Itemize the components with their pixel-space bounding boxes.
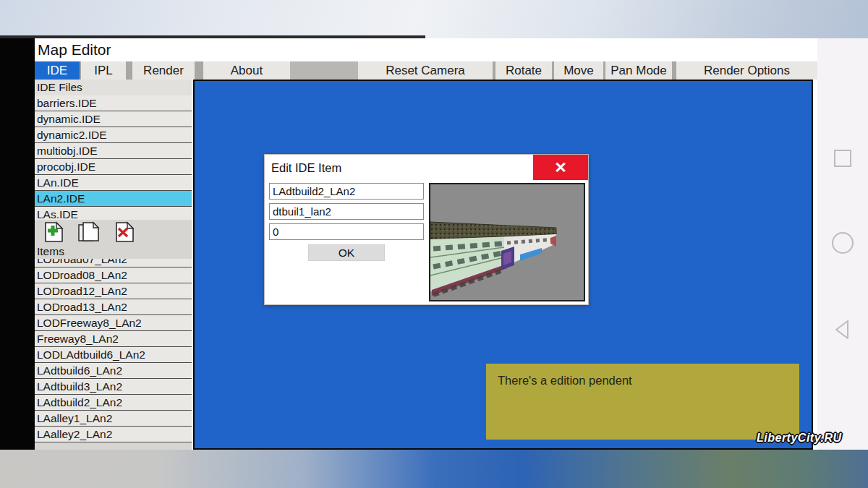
add-item-icon[interactable]	[41, 221, 65, 243]
list-item[interactable]: LAn.IDE	[35, 175, 192, 191]
page-title: Map Editor	[38, 41, 111, 59]
list-item[interactable]: LAdtbuild3_LAn2	[35, 379, 192, 395]
pan-mode-button[interactable]: Pan Mode	[605, 61, 672, 80]
list-item[interactable]: LAalley2_LAn2	[35, 427, 192, 442]
list-item[interactable]: LAalley1_LAn2	[35, 411, 192, 427]
ok-button[interactable]: OK	[308, 244, 385, 261]
copy-item-icon[interactable]	[76, 221, 101, 243]
list-item[interactable]: dynamic2.IDE	[35, 127, 192, 143]
status-bar-background	[0, 0, 868, 38]
list-item[interactable]: multiobj.IDE	[35, 143, 192, 159]
list-item[interactable]: LODFreeway8_LAn2	[35, 315, 192, 331]
bottom-reflection-bar	[0, 450, 868, 488]
items-header: Items	[35, 244, 192, 259]
recents-square-icon[interactable]	[833, 149, 852, 171]
tab-bar-spacer	[290, 61, 358, 80]
tab-about[interactable]: About	[203, 61, 290, 80]
render-options-button[interactable]: Render Options	[676, 61, 817, 80]
file-actions-toolbar	[35, 220, 192, 244]
reset-camera-button[interactable]: Reset Camera	[358, 61, 493, 80]
list-item[interactable]: LAdtbuild2_LAn2	[35, 395, 192, 411]
edit-ide-item-dialog: Edit IDE Item ✕ OK	[264, 154, 589, 305]
watermark: LibertyCity.RU	[757, 432, 842, 445]
close-icon[interactable]: ✕	[533, 155, 588, 180]
flags-field[interactable]	[269, 223, 424, 240]
home-circle-icon[interactable]	[831, 231, 854, 257]
screen: Map Editor IDE IPL Render About Reset Ca…	[0, 0, 868, 488]
model-name-field[interactable]	[269, 183, 424, 200]
delete-item-icon[interactable]	[111, 221, 136, 243]
notice-text: There's a edition pendent	[498, 374, 632, 388]
list-item[interactable]: LAdtbuild6_LAn2	[35, 363, 192, 379]
tab-bar: IDE IPL Render About Reset Camera Rotate…	[35, 61, 817, 80]
dialog-title: Edit IDE Item	[271, 161, 341, 175]
tab-render[interactable]: Render	[132, 61, 195, 80]
list-item[interactable]: Freeway8_LAn2	[35, 331, 192, 347]
ide-files-header: IDE Files	[35, 80, 192, 95]
android-nav-bar	[817, 38, 868, 450]
list-item[interactable]: LODroad08_LAn2	[35, 267, 192, 283]
back-triangle-icon[interactable]	[832, 319, 854, 343]
list-item[interactable]: LODroad13_LAn2	[35, 299, 192, 315]
ide-files-list: barriers.IDE dynamic.IDE dynamic2.IDE mu…	[35, 95, 192, 220]
building-model-preview	[429, 183, 585, 301]
list-item-selected[interactable]: LAn2.IDE	[35, 191, 192, 207]
list-item[interactable]: procobj.IDE	[35, 159, 192, 175]
list-item[interactable]: LODroad07_LAn2	[35, 259, 192, 267]
rotate-button[interactable]: Rotate	[495, 61, 552, 80]
sidebar: IDE Files barriers.IDE dynamic.IDE dynam…	[35, 80, 192, 450]
tab-ipl[interactable]: IPL	[81, 61, 126, 80]
items-list: LODroad07_LAn2 LODroad08_LAn2 LODroad12_…	[35, 259, 192, 444]
title-bar: Map Editor	[35, 38, 817, 61]
tab-ide[interactable]: IDE	[35, 61, 80, 80]
list-item[interactable]: LODroad12_LAn2	[35, 283, 192, 299]
list-item[interactable]: dynamic.IDE	[35, 111, 192, 127]
move-button[interactable]: Move	[554, 61, 603, 80]
notice-box: There's a edition pendent	[486, 364, 799, 440]
left-letterbox	[0, 38, 35, 450]
texture-name-field[interactable]	[269, 203, 424, 220]
list-item[interactable]: LAs.IDE	[35, 207, 192, 220]
list-item[interactable]: barriers.IDE	[35, 95, 192, 111]
list-item[interactable]: LODLAdtbuild6_LAn2	[35, 347, 192, 363]
